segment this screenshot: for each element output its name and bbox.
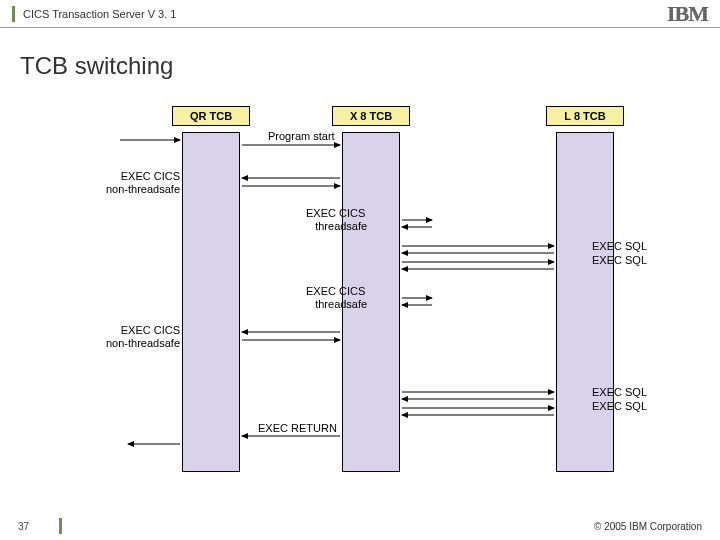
label-nonts-2: EXEC CICS non-threadsafe bbox=[85, 324, 180, 350]
label-text: threadsafe bbox=[315, 298, 367, 310]
page-title: TCB switching bbox=[0, 28, 720, 92]
label-nonts-1: EXEC CICS non-threadsafe bbox=[85, 170, 180, 196]
label-text: non-threadsafe bbox=[106, 183, 180, 195]
label-text: threadsafe bbox=[315, 220, 367, 232]
qr-column bbox=[182, 132, 240, 472]
label-sql-4: EXEC SQL bbox=[592, 400, 647, 413]
header-accent bbox=[12, 6, 15, 22]
header-title: CICS Transaction Server V 3. 1 bbox=[23, 8, 176, 20]
header: CICS Transaction Server V 3. 1 IBM bbox=[0, 0, 720, 28]
x8-tcb-label: X 8 TCB bbox=[332, 106, 410, 126]
label-text: EXEC CICS bbox=[306, 285, 365, 297]
label-sql-3: EXEC SQL bbox=[592, 386, 647, 399]
label-text: EXEC CICS bbox=[306, 207, 365, 219]
label-text: EXEC CICS bbox=[121, 324, 180, 336]
label-sql-2: EXEC SQL bbox=[592, 254, 647, 267]
l8-tcb-label: L 8 TCB bbox=[546, 106, 624, 126]
copyright: © 2005 IBM Corporation bbox=[594, 521, 702, 532]
l8-column bbox=[556, 132, 614, 472]
label-ts-1: EXEC CICS threadsafe bbox=[306, 207, 367, 233]
label-program-start: Program start bbox=[268, 130, 335, 143]
page-number: 37 bbox=[18, 521, 29, 532]
footer-accent bbox=[59, 518, 62, 534]
label-sql-1: EXEC SQL bbox=[592, 240, 647, 253]
label-ts-2: EXEC CICS threadsafe bbox=[306, 285, 367, 311]
diagram: QR TCB X 8 TCB L 8 TCB bbox=[0, 92, 720, 492]
label-exec-return: EXEC RETURN bbox=[258, 422, 337, 435]
label-text: non-threadsafe bbox=[106, 337, 180, 349]
qr-tcb-label: QR TCB bbox=[172, 106, 250, 126]
ibm-logo-icon: IBM bbox=[667, 1, 708, 27]
footer: 37 © 2005 IBM Corporation bbox=[0, 512, 720, 540]
label-text: EXEC CICS bbox=[121, 170, 180, 182]
